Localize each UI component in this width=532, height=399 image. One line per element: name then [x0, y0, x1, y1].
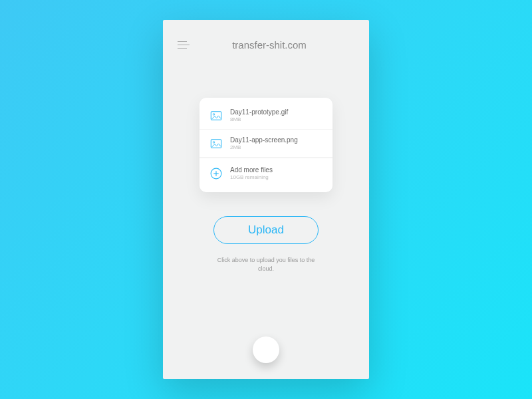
file-list-card: Day11-prototype.gif 8MB Day11-app-screen…: [200, 98, 332, 192]
help-text: Click above to upload you files to the c…: [178, 256, 354, 273]
add-more-label: Add more files: [230, 166, 273, 174]
remaining-space: 10GB remaining: [230, 174, 273, 180]
image-icon: [210, 139, 222, 148]
file-size: 2MB: [230, 144, 298, 150]
upload-button[interactable]: Upload: [213, 216, 319, 244]
image-icon: [210, 111, 222, 120]
file-item[interactable]: Day11-app-screen.png 2MB: [200, 130, 332, 158]
app-screen: transfer-shit.com Day11-prototype.gif 8M…: [163, 20, 369, 379]
file-item[interactable]: Day11-prototype.gif 8MB: [200, 102, 332, 130]
header: transfer-shit.com: [178, 39, 354, 51]
svg-point-1: [213, 113, 215, 115]
svg-point-3: [213, 141, 215, 143]
menu-icon[interactable]: [178, 39, 191, 51]
file-size: 8MB: [230, 116, 288, 122]
file-name: Day11-app-screen.png: [230, 136, 298, 144]
fab-button[interactable]: [253, 336, 279, 363]
file-name: Day11-prototype.gif: [230, 108, 288, 116]
plus-icon: [210, 168, 222, 180]
add-more-files[interactable]: Add more files 10GB remaining: [200, 158, 332, 188]
page-title: transfer-shit.com: [204, 39, 334, 51]
